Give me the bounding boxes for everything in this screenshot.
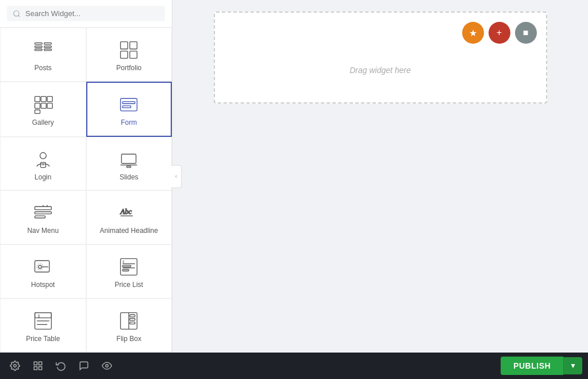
eye-button[interactable] [98, 357, 116, 375]
svg-rect-29 [34, 212, 51, 215]
animated-headline-label: Animated Headline [100, 227, 158, 235]
svg-point-55 [14, 365, 17, 367]
main-canvas: ★ + ■ Drag widget here [172, 0, 588, 353]
svg-rect-25 [122, 154, 136, 163]
svg-rect-4 [34, 49, 42, 51]
gallery-label: Gallery [32, 118, 54, 127]
widget-portfolio[interactable]: Portfolio [86, 28, 172, 82]
folder-button[interactable]: ■ [515, 22, 537, 44]
svg-rect-3 [34, 46, 42, 48]
flip-box-label: Flip Box [117, 335, 141, 343]
svg-rect-13 [41, 96, 46, 101]
svg-text:$: $ [38, 314, 40, 318]
svg-rect-8 [121, 42, 128, 49]
svg-rect-43 [122, 266, 130, 267]
login-label: Login [34, 173, 51, 181]
svg-point-22 [40, 152, 46, 159]
svg-rect-19 [121, 98, 137, 111]
search-icon [13, 10, 21, 18]
svg-rect-28 [34, 207, 51, 210]
svg-rect-44 [122, 270, 129, 271]
widget-price-list[interactable]: $ Price List [86, 244, 172, 298]
widget-gallery[interactable]: Gallery [0, 82, 86, 137]
svg-rect-2 [34, 43, 42, 44]
widget-posts[interactable]: Posts [0, 28, 86, 82]
svg-rect-5 [44, 43, 52, 44]
posts-icon [33, 40, 53, 60]
svg-rect-46 [34, 313, 51, 318]
svg-rect-10 [121, 51, 128, 59]
comment-button[interactable] [75, 357, 93, 375]
publish-group: PUBLISH ▼ [501, 357, 582, 375]
widget-slides[interactable]: Slides [86, 137, 172, 191]
form-label: Form [121, 118, 137, 127]
svg-rect-9 [130, 42, 137, 49]
gallery-icon [33, 94, 53, 115]
widget-form[interactable]: Form [86, 82, 172, 137]
price-list-icon: $ [118, 257, 139, 277]
svg-text:Abc: Abc [120, 208, 132, 216]
grid-button[interactable] [29, 357, 47, 375]
hotspot-label: Hotspot [31, 281, 55, 289]
svg-rect-15 [34, 103, 40, 108]
portfolio-label: Portfolio [116, 64, 141, 72]
history-button[interactable] [52, 357, 70, 375]
svg-rect-59 [39, 367, 42, 370]
flip-box-icon [118, 311, 139, 331]
svg-line-1 [18, 15, 20, 17]
svg-rect-56 [34, 362, 37, 365]
widget-grid: Posts Portfolio [0, 28, 172, 353]
price-list-label: Price List [115, 281, 143, 289]
svg-rect-18 [34, 110, 40, 113]
grid-icon [33, 361, 43, 371]
canvas-actions: ★ + ■ [462, 22, 537, 44]
slides-icon [118, 149, 139, 170]
bottom-toolbar: PUBLISH ▼ [0, 353, 588, 379]
drag-hint: Drag widget here [224, 48, 537, 81]
canvas-drop-area: ★ + ■ Drag widget here [214, 12, 547, 104]
price-table-label: Price Table [26, 335, 60, 343]
publish-button[interactable]: PUBLISH [501, 357, 563, 375]
publish-dropdown-button[interactable]: ▼ [563, 357, 582, 374]
svg-rect-52 [130, 315, 135, 317]
settings-icon [10, 361, 20, 371]
svg-point-36 [39, 266, 41, 269]
svg-rect-35 [34, 261, 49, 272]
svg-rect-17 [47, 103, 52, 108]
posts-label: Posts [34, 64, 52, 72]
widget-flip-box[interactable]: Flip Box [86, 298, 172, 353]
widget-login[interactable]: Login [0, 137, 86, 191]
search-bar [0, 0, 172, 28]
svg-rect-27 [127, 166, 131, 167]
sidebar-collapse-handle[interactable]: ‹ [171, 165, 182, 188]
portfolio-icon [118, 40, 139, 60]
widget-price-table[interactable]: $ Price Table [0, 298, 86, 353]
favorite-button[interactable]: ★ [462, 22, 484, 44]
svg-point-0 [14, 10, 19, 16]
comment-icon [79, 361, 89, 371]
svg-rect-21 [122, 106, 130, 108]
svg-rect-16 [41, 103, 46, 108]
svg-point-60 [106, 365, 109, 367]
widget-animated-headline[interactable]: Abc Animated Headline [86, 190, 172, 244]
eye-icon [102, 361, 112, 371]
svg-rect-11 [130, 51, 137, 59]
svg-rect-14 [47, 96, 52, 101]
widget-hotspot[interactable]: Hotspot [0, 244, 86, 298]
svg-rect-6 [44, 46, 52, 48]
svg-rect-53 [130, 319, 135, 321]
widget-nav-menu[interactable]: Nav Menu [0, 190, 86, 244]
animated-headline-icon: Abc [118, 202, 139, 223]
add-button[interactable]: + [489, 22, 510, 44]
svg-rect-54 [130, 322, 135, 324]
price-table-icon: $ [33, 311, 53, 331]
svg-rect-12 [34, 96, 40, 101]
svg-rect-58 [34, 367, 37, 370]
settings-button[interactable] [6, 357, 24, 375]
svg-rect-7 [44, 49, 52, 51]
nav-menu-icon [33, 202, 53, 223]
svg-rect-57 [39, 362, 42, 365]
search-input[interactable] [25, 9, 159, 18]
hotspot-icon [33, 257, 53, 277]
svg-text:$: $ [122, 260, 124, 263]
